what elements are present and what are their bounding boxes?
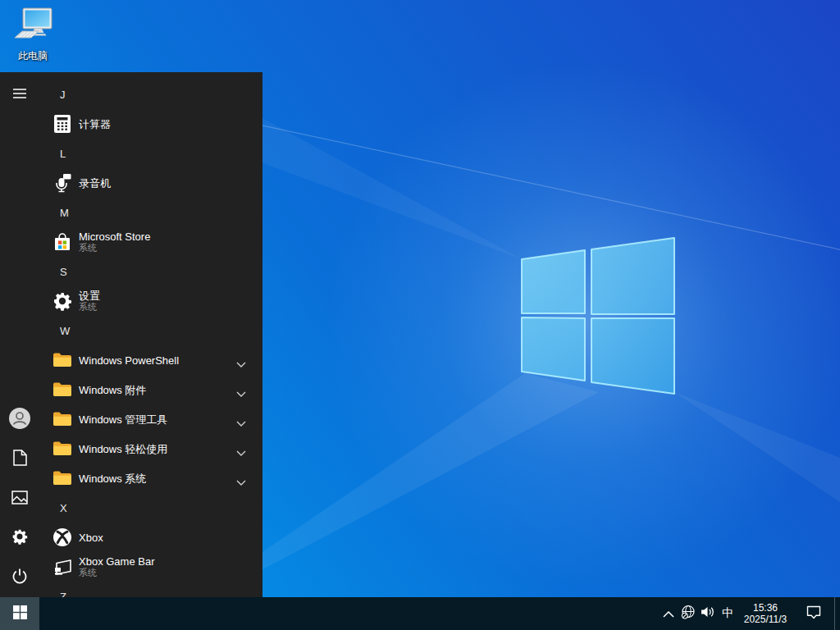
app-item-xbox-game-bar[interactable]: Xbox Game Bar 系统 — [39, 552, 262, 582]
show-hidden-icons-button[interactable] — [659, 597, 678, 630]
folder-item-windows-system[interactable]: Windows 系统 — [39, 463, 262, 493]
folder-item-windows-ease-of-access[interactable]: Windows 轻松使用 — [39, 434, 262, 463]
app-item-voice-recorder[interactable]: 录音机 — [39, 168, 262, 198]
section-header-x[interactable]: X — [39, 493, 262, 523]
microsoft-store-icon — [52, 232, 72, 252]
expand-menu-button[interactable] — [0, 75, 39, 115]
this-pc-icon — [11, 7, 54, 48]
chevron-down-icon[interactable] — [236, 475, 246, 490]
folder-item-windows-powershell[interactable]: Windows PowerShell — [39, 345, 262, 375]
globe-no-internet-icon — [681, 605, 696, 623]
this-pc-label: 此电脑 — [18, 49, 48, 63]
windows-desktop: 此电脑 — [0, 0, 840, 630]
speaker-icon — [701, 605, 715, 622]
section-header-z[interactable]: Z — [39, 582, 262, 597]
system-tray: 中 15:36 2025/11/3 — [659, 597, 840, 630]
app-item-calculator[interactable]: 计算器 — [39, 109, 262, 139]
power-button[interactable] — [0, 558, 39, 597]
clock-date: 2025/11/3 — [744, 614, 788, 625]
clock[interactable]: 15:36 2025/11/3 — [737, 597, 793, 630]
taskbar-empty-area — [39, 597, 659, 630]
ime-indicator[interactable]: 中 — [718, 597, 737, 630]
taskbar: 中 15:36 2025/11/3 — [0, 597, 840, 630]
volume-button[interactable] — [698, 597, 718, 630]
folder-item-windows-admin-tools[interactable]: Windows 管理工具 — [39, 404, 262, 434]
folder-icon — [52, 380, 72, 399]
section-header-j[interactable]: J — [39, 80, 262, 109]
pictures-icon — [11, 491, 28, 508]
clock-time: 15:36 — [753, 602, 778, 614]
windows-logo-icon — [13, 605, 27, 623]
documents-button[interactable] — [0, 440, 39, 479]
pictures-button[interactable] — [0, 479, 39, 518]
folder-item-windows-accessories[interactable]: Windows 附件 — [39, 375, 262, 404]
start-menu-app-list: J 计算器 L — [39, 72, 262, 597]
folder-icon — [52, 439, 72, 459]
start-menu: J 计算器 L — [0, 72, 262, 597]
folder-icon — [52, 468, 72, 488]
desktop-icon-this-pc[interactable]: 此电脑 — [7, 7, 59, 63]
folder-icon — [52, 409, 72, 429]
gear-icon — [11, 528, 28, 548]
hamburger-icon — [13, 88, 26, 103]
chevron-up-icon — [663, 606, 674, 621]
folder-icon — [52, 350, 72, 370]
section-header-l[interactable]: L — [39, 139, 262, 168]
calculator-icon — [52, 114, 72, 134]
settings-gear-icon — [52, 291, 72, 311]
xbox-icon — [52, 527, 72, 547]
chevron-down-icon[interactable] — [236, 357, 246, 372]
app-item-xbox[interactable]: Xbox — [39, 523, 262, 552]
document-icon — [13, 450, 27, 469]
voice-recorder-icon — [52, 173, 72, 193]
section-header-s[interactable]: S — [39, 257, 262, 286]
user-avatar-icon — [8, 407, 31, 433]
start-menu-rail — [0, 72, 39, 597]
action-center-button[interactable] — [793, 597, 834, 630]
user-account-button[interactable] — [0, 400, 39, 440]
power-icon — [11, 568, 28, 587]
chevron-down-icon[interactable] — [236, 445, 246, 460]
app-item-microsoft-store[interactable]: Microsoft Store 系统 — [39, 227, 262, 257]
start-button[interactable] — [0, 597, 39, 630]
chevron-down-icon[interactable] — [236, 386, 246, 401]
network-status-button[interactable] — [678, 597, 698, 630]
xbox-game-bar-icon — [52, 557, 72, 577]
app-item-settings[interactable]: 设置 系统 — [39, 286, 262, 316]
chevron-down-icon[interactable] — [236, 416, 246, 431]
show-desktop-button[interactable] — [834, 597, 840, 630]
section-header-m[interactable]: M — [39, 198, 262, 227]
action-center-icon — [806, 605, 822, 623]
settings-button[interactable] — [0, 518, 39, 558]
section-header-w[interactable]: W — [39, 316, 262, 345]
